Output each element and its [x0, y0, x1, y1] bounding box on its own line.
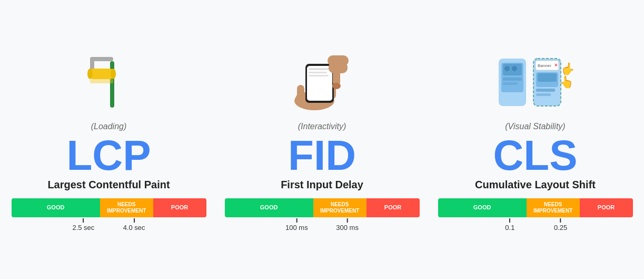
lcp-threshold-1: 2.5 sec	[72, 218, 94, 232]
svg-rect-28	[503, 78, 522, 81]
lcp-poor-segment: POOR	[153, 198, 206, 217]
cls-poor-segment: POOR	[580, 198, 633, 217]
fid-score-bar: GOOD NEEDS IMPROVEMENT POOR	[225, 198, 420, 217]
fid-name: First Input Delay	[281, 179, 363, 191]
lcp-score-bar: GOOD NEEDS IMPROVEMENT POOR	[12, 198, 206, 217]
cls-illustration: Banner × 👆 👆	[493, 49, 578, 118]
svg-point-27	[512, 66, 517, 71]
svg-point-5	[111, 69, 116, 79]
svg-rect-18	[309, 75, 329, 76]
svg-point-26	[504, 66, 510, 71]
fid-needs-segment: NEEDS IMPROVEMENT	[313, 198, 366, 217]
cls-score-bar: GOOD NEEDS IMPROVEMENT POOR	[438, 198, 633, 217]
cls-bar-labels: 0.1 0.25	[438, 218, 633, 230]
fid-subtitle: (Interactivity)	[298, 122, 346, 131]
lcp-name: Largest Contentful Paint	[47, 179, 170, 191]
svg-rect-17	[309, 72, 327, 73]
svg-text:Banner: Banner	[538, 63, 551, 68]
svg-rect-36	[536, 89, 555, 92]
svg-rect-29	[503, 82, 518, 85]
cls-acronym: CLS	[493, 134, 578, 177]
lcp-needs-segment: NEEDS IMPROVEMENT	[100, 198, 153, 217]
cls-subtitle: (Visual Stability)	[505, 122, 565, 131]
cls-threshold-1: 0.1	[505, 218, 514, 232]
fid-score-section: GOOD NEEDS IMPROVEMENT POOR 100 ms 300 m…	[225, 198, 420, 230]
lcp-good-segment: GOOD	[12, 198, 100, 217]
cls-name: Cumulative Layout Shift	[475, 179, 596, 191]
lcp-threshold-2: 4.0 sec	[123, 218, 145, 232]
svg-text:×: ×	[554, 62, 558, 68]
fid-good-segment: GOOD	[225, 198, 313, 217]
svg-rect-9	[297, 85, 304, 100]
lcp-bar-labels: 2.5 sec 4.0 sec	[12, 218, 206, 230]
svg-rect-15	[307, 66, 332, 101]
fid-poor-segment: POOR	[366, 198, 420, 217]
svg-rect-3	[90, 69, 113, 79]
fid-threshold-2: 300 ms	[336, 218, 359, 232]
lcp-acronym: LCP	[67, 134, 151, 177]
fid-acronym: FID	[288, 134, 356, 177]
svg-rect-37	[536, 93, 551, 96]
svg-rect-0	[110, 61, 114, 108]
cls-good-segment: GOOD	[438, 198, 527, 217]
cls-card: Banner × 👆 👆 (Visual Stability) CLS Cumu…	[438, 49, 633, 230]
svg-text:👆: 👆	[559, 75, 574, 89]
svg-text:👆: 👆	[560, 62, 575, 76]
fid-illustration	[285, 49, 359, 118]
fid-bar-labels: 100 ms 300 ms	[225, 218, 420, 230]
svg-point-22	[332, 83, 341, 89]
main-container: (Loading) LCP Largest Contentful Paint G…	[12, 49, 633, 230]
fid-threshold-1: 100 ms	[285, 218, 308, 232]
fid-card: (Interactivity) FID First Input Delay GO…	[225, 49, 420, 230]
cls-threshold-2: 0.25	[554, 218, 567, 232]
lcp-subtitle: (Loading)	[91, 122, 127, 131]
cls-score-section: GOOD NEEDS IMPROVEMENT POOR 0.1 0.25	[438, 198, 633, 230]
lcp-illustration	[83, 49, 135, 118]
lcp-card: (Loading) LCP Largest Contentful Paint G…	[12, 49, 206, 230]
svg-rect-16	[309, 68, 331, 70]
lcp-score-section: GOOD NEEDS IMPROVEMENT POOR 2.5 sec 4.0 …	[12, 198, 206, 230]
svg-rect-6	[90, 79, 113, 83]
svg-point-4	[87, 69, 93, 79]
svg-rect-35	[538, 73, 557, 82]
cls-needs-segment: NEEDS IMPROVEMENT	[527, 198, 580, 217]
